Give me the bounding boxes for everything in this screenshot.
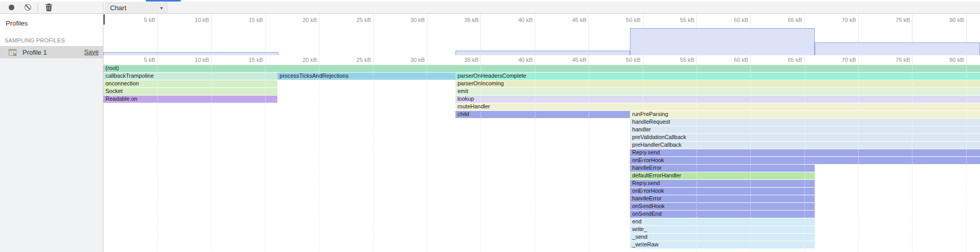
gridline-dash-overlay <box>643 65 643 252</box>
chevron-down-icon: ▾ <box>160 5 163 11</box>
flame-bar[interactable]: handleError <box>630 165 814 172</box>
clear-profiles-button[interactable] <box>21 2 34 13</box>
toolbar-divider <box>103 2 103 14</box>
sidebar-empty-area <box>0 58 103 252</box>
axis-tick-label: 40 kB <box>500 17 533 23</box>
overview-left-handle[interactable] <box>103 14 105 25</box>
toolbar-separator <box>37 4 38 11</box>
flame-bar-label: processTicksAndRejections <box>277 73 455 80</box>
flame-bar[interactable]: (root) <box>103 65 980 72</box>
axis-tick-label: 75 kB <box>877 57 910 63</box>
axis-tick-label: 65 kB <box>770 17 802 23</box>
axis-tick-label: 30 kB <box>392 17 425 23</box>
flame-bar[interactable]: callbackTrampoline <box>103 73 277 80</box>
flame-bar-label: Readable.on <box>103 96 277 103</box>
flame-bar[interactable]: write_ <box>630 226 814 233</box>
gridline-dash-overlay <box>373 65 374 252</box>
flame-bar[interactable]: parserOnIncoming <box>455 80 980 87</box>
flame-bar[interactable]: handleError <box>630 195 814 202</box>
flame-bar[interactable]: onSendHook <box>630 203 814 210</box>
trash-icon <box>46 4 52 11</box>
flame-bar-label: handleError <box>630 165 814 172</box>
flame-bar-label: defaultErrorHandler <box>630 172 814 179</box>
axis-tick-label: 5 kB <box>122 57 155 63</box>
flame-bar[interactable]: processTicksAndRejections <box>277 73 455 80</box>
record-button[interactable] <box>5 2 17 13</box>
gridline-dash-overlay <box>858 65 859 252</box>
flame-bar[interactable]: handler <box>630 126 980 133</box>
delete-profile-button[interactable] <box>42 2 55 13</box>
flame-bar[interactable]: Readable.on <box>103 96 277 103</box>
axis-tick-label: 55 kB <box>662 57 694 63</box>
flame-bar[interactable]: Reply.send <box>630 180 814 187</box>
flame-bar[interactable]: runPreParsing <box>630 111 980 118</box>
flame-bar-label: emit <box>455 88 980 95</box>
flame-bar[interactable]: routeHandler <box>455 103 980 110</box>
overview-pane[interactable]: 5 kB10 kB15 kB20 kB25 kB30 kB35 kB40 kB4… <box>103 14 980 55</box>
flame-bar[interactable]: parserOnHeadersComplete <box>455 73 980 80</box>
flame-chart[interactable]: (root)callbackTrampolineprocessTicksAndR… <box>103 65 980 252</box>
gridline-dash-overlay <box>912 65 912 252</box>
flame-bar-label: onSendEnd <box>630 211 814 218</box>
save-profile-link[interactable]: Save <box>84 49 99 56</box>
heap-profile-icon: % <box>8 48 17 57</box>
flame-bar-label: runPreParsing <box>630 111 980 118</box>
axis-tick-label: 20 kB <box>284 17 317 23</box>
axis-tick-label: 70 kB <box>823 17 856 23</box>
flame-bar[interactable]: Reply.send <box>630 149 980 156</box>
axis-tick-label: 5 kB <box>122 17 155 23</box>
flame-bar-label: preValidationCallback <box>630 134 980 141</box>
profile-list-item[interactable]: % Profile 1 Save <box>0 46 103 58</box>
flame-bar-label: end <box>630 218 814 225</box>
axis-tick-label: 35 kB <box>446 57 478 63</box>
axis-tick-label: 70 kB <box>823 57 856 63</box>
flame-bar[interactable]: preValidationCallback <box>630 134 980 141</box>
axis-tick-label: 40 kB <box>500 57 533 63</box>
flame-bar[interactable]: _send <box>630 234 814 241</box>
flame-bar[interactable]: child <box>455 111 630 118</box>
flame-bar-label: handleRequest <box>630 119 980 126</box>
flame-bar[interactable]: handleRequest <box>630 119 980 126</box>
flame-bar-label: _writeRaw <box>630 241 814 248</box>
flame-bar[interactable]: Socket <box>103 88 277 95</box>
overview-band <box>630 28 814 55</box>
flame-bar[interactable]: defaultErrorHandler <box>630 172 814 179</box>
axis-tick-label: 20 kB <box>284 57 317 63</box>
flame-bar[interactable]: lookup <box>455 96 980 103</box>
chart-view-select[interactable]: Chart ▾ <box>105 3 167 13</box>
flame-bar[interactable]: _writeRaw <box>630 241 814 248</box>
gridline-dash-overlay <box>319 65 319 252</box>
flame-bar-label: write_ <box>630 226 814 233</box>
gridline-dash-overlay <box>157 65 158 252</box>
axis-tick-label: 15 kB <box>230 57 263 63</box>
axis-tick-label: 15 kB <box>230 17 263 23</box>
flame-bar-label: onconnection <box>103 80 277 87</box>
flame-bar-label: preHandlerCallback <box>630 142 980 149</box>
flame-bar[interactable]: emit <box>455 88 980 95</box>
gridline-dash-overlay <box>750 65 751 252</box>
chart-view-select-value: Chart <box>110 4 126 12</box>
flame-bar-label: callbackTrampoline <box>103 73 277 80</box>
gridline-dash-overlay <box>696 65 697 252</box>
flame-bar[interactable]: onErrorHook <box>630 188 814 195</box>
flame-bar[interactable]: end <box>630 218 814 225</box>
flame-bar-label: onErrorHook <box>630 188 814 195</box>
axis-tick-label: 80 kB <box>931 17 964 23</box>
gridline-dash-overlay <box>211 65 212 252</box>
memory-profiler-panel: Chart ▾ Profiles SAMPLING PROFILES % Pro… <box>0 0 980 252</box>
flame-bar[interactable]: onSendEnd <box>630 211 814 218</box>
circle-slash-icon <box>25 4 31 11</box>
axis-tick-label: 60 kB <box>715 17 748 23</box>
flame-bar[interactable]: onErrorHook <box>630 157 980 164</box>
flame-bar-label: handleError <box>630 195 814 202</box>
axis-tick-label: 45 kB <box>554 17 586 23</box>
axis-tick-label: 60 kB <box>715 57 748 63</box>
axis-tick-label: 30 kB <box>392 57 425 63</box>
axis-tick-label: 75 kB <box>877 17 910 23</box>
svg-text:%: % <box>13 53 16 56</box>
flame-bar[interactable]: onconnection <box>103 80 277 87</box>
flame-bar-label: Socket <box>103 88 277 95</box>
flame-bar-label: (root) <box>103 65 980 72</box>
flame-bar[interactable]: preHandlerCallback <box>630 142 980 149</box>
overview-band <box>455 51 630 55</box>
